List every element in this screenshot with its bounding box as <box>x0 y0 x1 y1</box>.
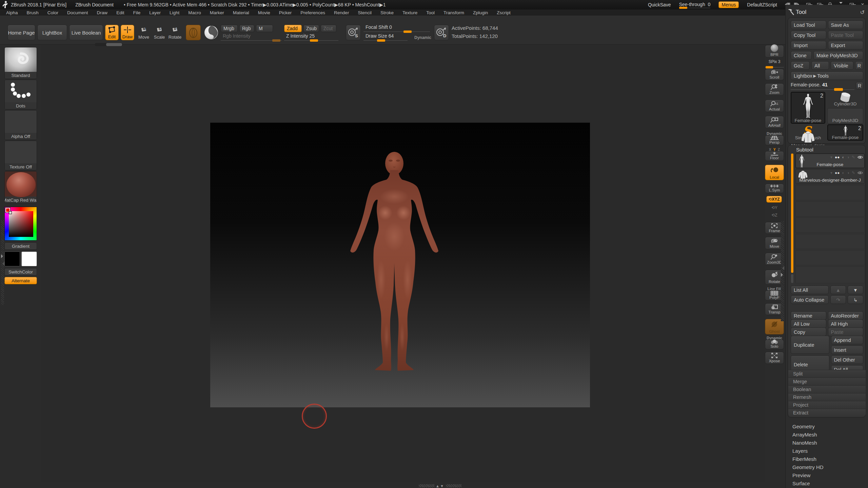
lightbox-tools-button[interactable]: Lightbox►Tools <box>791 72 863 80</box>
auto-collapse-button[interactable]: Auto Collapse <box>791 296 829 304</box>
pen-icon[interactable]: ✎ <box>852 155 855 160</box>
menu-marker[interactable]: Marker <box>210 10 229 15</box>
rgb-intensity-slider[interactable]: Rgb Intensity <box>221 33 282 41</box>
save-as-button[interactable]: Save As <box>828 21 864 29</box>
persp-button[interactable]: Persp <box>765 135 784 145</box>
menus-button[interactable]: Menus <box>718 1 739 8</box>
move-down-button[interactable]: ▼ <box>848 286 863 294</box>
color-picker-sv-square[interactable] <box>9 211 33 237</box>
scroll-button[interactable]: Scroll <box>765 69 784 80</box>
contrast-toggle-icon[interactable]: ◑ <box>847 155 849 160</box>
duplicate-button[interactable]: Duplicate <box>791 336 829 354</box>
live-boolean-button[interactable]: Live Boolean <box>69 25 103 40</box>
focal-shift-slider[interactable]: Focal Shift 0 <box>363 24 430 33</box>
tool-slider-r-button[interactable]: R <box>856 82 863 89</box>
current-tool-slider[interactable]: Female-pose. 41 R <box>791 82 863 90</box>
current-texture-off[interactable]: Texture Off <box>4 141 37 170</box>
make-polymesh3d-button[interactable]: Make PolyMesh3D <box>813 51 863 60</box>
menu-picker[interactable]: Picker <box>279 10 296 15</box>
dynamic-draw-size-label[interactable]: Dynamic <box>414 35 431 40</box>
stroke-curve-s-button[interactable]: S <box>346 25 361 40</box>
copy-subtool-button[interactable]: Copy <box>791 328 826 336</box>
z-intensity-slider[interactable]: Z Intensity 25 <box>284 33 338 41</box>
paste-tool-button[interactable]: Paste Tool <box>828 31 864 39</box>
pen-icon[interactable]: ✎ <box>852 170 855 175</box>
goz-all-button[interactable]: All <box>811 61 829 70</box>
lsym-button[interactable]: L.Sym <box>765 184 784 193</box>
canvas-area[interactable]: ▲▼ <box>41 45 765 482</box>
scale-mode-button[interactable]: S Scale <box>153 25 166 40</box>
menu-file[interactable]: File <box>133 10 145 15</box>
zcut-button[interactable]: Zcut <box>321 25 336 32</box>
menu-material[interactable]: Material <box>233 10 254 15</box>
tool-refresh-icon[interactable]: ↺ <box>860 9 865 16</box>
default-zscript-button[interactable]: DefaultZScript <box>747 2 777 7</box>
zadd-button[interactable]: Zadd <box>284 25 302 32</box>
goz-r-button[interactable]: R <box>855 61 863 70</box>
zbrush-document[interactable] <box>210 123 590 407</box>
rotate-mode-button[interactable]: R Rotate <box>168 25 182 40</box>
project-row[interactable]: Project <box>788 401 866 409</box>
home-page-button[interactable]: Home Page <box>7 25 35 40</box>
mrgb-button[interactable]: Mrgb <box>221 25 238 32</box>
import-button[interactable]: Import <box>791 41 826 49</box>
tool-palette-header[interactable]: Tool ↺ <box>786 7 868 17</box>
paint-toggle-icon[interactable]: ●● <box>835 170 840 175</box>
draw-size-slider[interactable]: Draw Size 64 <box>363 33 408 41</box>
subtool-scrollbar-track[interactable] <box>791 274 793 283</box>
main-color-swatch[interactable] <box>4 251 20 266</box>
tool-thumb-polymesh3d[interactable]: PolyMesh3D <box>827 108 863 124</box>
edit-mode-button[interactable]: Edit <box>105 25 119 40</box>
sculpt-toggle-icon[interactable]: ◐ <box>842 155 844 160</box>
secondary-color-swatch[interactable] <box>21 251 37 266</box>
divider-arrows-icon[interactable]: ▲▼ <box>434 484 446 488</box>
copy-tool-button[interactable]: Copy Tool <box>791 31 826 39</box>
clone-button[interactable]: Clone <box>791 51 812 60</box>
menu-preferences[interactable]: Preferences <box>300 10 330 15</box>
insert-button[interactable]: Insert <box>831 346 864 354</box>
section-layers[interactable]: Layers <box>792 448 808 454</box>
del-other-button[interactable]: Del Other <box>831 355 864 364</box>
menu-edit[interactable]: Edit <box>116 10 129 15</box>
draw-mode-button[interactable]: Draw <box>121 25 134 40</box>
solo-button[interactable]: Solo <box>765 340 784 349</box>
floor-button[interactable]: Floor <box>765 151 784 161</box>
spix-slider[interactable]: SPix 3 <box>765 59 784 67</box>
menu-alpha[interactable]: Alpha <box>6 10 22 15</box>
menu-color[interactable]: Color <box>47 10 63 15</box>
sculpt-toggle-icon[interactable]: ◐ <box>842 170 844 175</box>
menu-layer[interactable]: Layer <box>149 10 165 15</box>
zoom-button[interactable]: Zoom <box>765 83 784 96</box>
autoreorder-button[interactable]: AutoReorder <box>828 311 864 320</box>
tool-thumb-cylinder3d[interactable]: Cylinder3D <box>827 92 863 107</box>
menu-brush[interactable]: Brush <box>27 10 43 15</box>
subtool-dropdown-icon[interactable]: ▾ <box>830 155 832 160</box>
quicksave-button[interactable]: QuickSave <box>648 2 671 7</box>
menu-zplugin[interactable]: Zplugin <box>473 10 492 15</box>
xyz-rotation-button[interactable]: ⟲XYZ <box>766 196 782 203</box>
menu-texture[interactable]: Texture <box>402 10 422 15</box>
remesh-row[interactable]: Remesh <box>788 393 866 401</box>
menu-stencil[interactable]: Stencil <box>358 10 376 15</box>
paste-subtool-button[interactable]: Paste <box>828 328 864 336</box>
paint-toggle-icon[interactable]: ●● <box>835 155 840 160</box>
subtool-dropdown-icon[interactable]: ▾ <box>830 170 832 175</box>
menu-movie[interactable]: Movie <box>258 10 275 15</box>
section-nanomesh[interactable]: NanoMesh <box>792 440 817 446</box>
section-surface[interactable]: Surface <box>792 481 810 486</box>
right-tray-divider[interactable] <box>781 221 784 321</box>
section-preview[interactable]: Preview <box>792 472 810 478</box>
current-material-matcap[interactable]: MatCap Red Wax <box>4 171 37 204</box>
color-picker-sv-cursor[interactable] <box>9 211 12 214</box>
switch-color-button[interactable]: SwitchColor <box>4 268 37 276</box>
canvas-top-scrollbar[interactable] <box>95 43 123 46</box>
menu-document[interactable]: Document <box>67 10 93 15</box>
append-button[interactable]: Append <box>831 336 864 344</box>
bpr-button[interactable]: BPR <box>765 45 784 58</box>
load-tool-button[interactable]: Load Tool <box>791 21 826 29</box>
gradient-button[interactable]: Gradient <box>4 242 37 250</box>
sculptris-pro-button[interactable] <box>186 25 201 40</box>
section-arraymesh[interactable]: ArrayMesh <box>792 432 817 438</box>
m-button[interactable]: M <box>256 25 273 32</box>
rotate-y-button[interactable]: ⟲Y <box>769 205 780 210</box>
